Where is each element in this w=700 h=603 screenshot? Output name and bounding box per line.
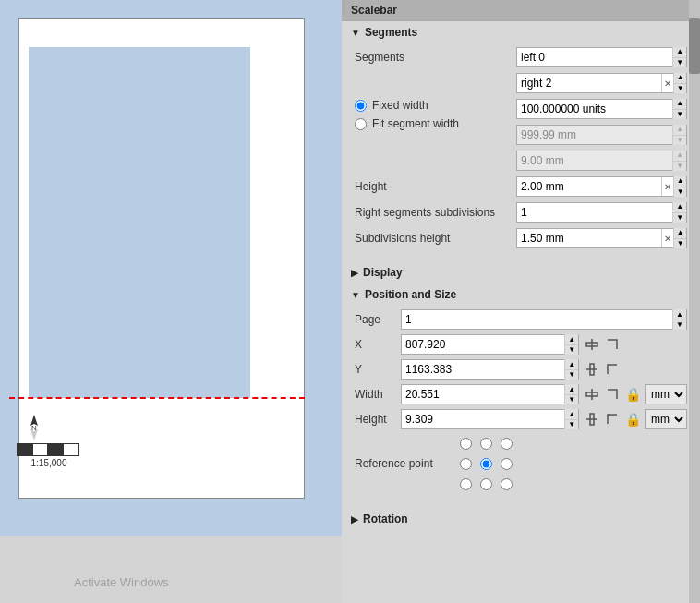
- y-spin-down[interactable]: ▼: [565, 369, 578, 380]
- x-spin-up[interactable]: ▲: [565, 334, 578, 344]
- fit-segment-label: Fit segment width: [372, 117, 459, 130]
- x-corner-icon[interactable]: [603, 335, 622, 354]
- display-section-header[interactable]: ▶ Display: [342, 261, 700, 283]
- ref-br: [497, 475, 515, 493]
- segments-input2[interactable]: [517, 74, 661, 92]
- width-mm-dropdown[interactable]: mm: [645, 384, 687, 404]
- segments-label: Segments: [365, 26, 417, 39]
- pos-height-ref-icon[interactable]: [583, 410, 601, 428]
- display-label: Display: [363, 266, 403, 279]
- y-corner-icon[interactable]: [603, 360, 622, 379]
- height-spin-up[interactable]: ▲: [674, 176, 686, 187]
- panel-content: ▼ Segments Segments ▲ ▼: [342, 21, 700, 603]
- pos-height-spin[interactable]: ▲ ▼: [564, 409, 578, 429]
- scale-label: 1:15,000: [17, 458, 81, 468]
- watermark-text: Activate Windows: [74, 575, 169, 589]
- fit-segment-input[interactable]: [517, 126, 672, 144]
- rotation-section-header[interactable]: ▶ Rotation: [342, 508, 700, 530]
- ref-mr-radio[interactable]: [501, 458, 513, 470]
- pos-height-lock-icon[interactable]: 🔒: [625, 412, 641, 427]
- pos-height-spin-down[interactable]: ▼: [565, 419, 578, 430]
- ref-bc-radio[interactable]: [480, 478, 492, 490]
- segments-clear-btn[interactable]: ✕: [661, 74, 674, 92]
- pos-height-lock-mm: 🔒 mm: [625, 409, 687, 429]
- pos-height-input[interactable]: [402, 410, 564, 428]
- x-spin[interactable]: ▲ ▼: [564, 334, 578, 355]
- right-panel: Scalebar ▼ Segments Segments ▲ ▼: [342, 0, 700, 603]
- segments-spin2[interactable]: ▲ ▼: [673, 73, 686, 93]
- red-dotted-line: [9, 397, 305, 399]
- scrollbar-track[interactable]: [689, 0, 700, 603]
- ref-tr-radio[interactable]: [501, 438, 513, 450]
- ref-bl-radio[interactable]: [460, 478, 472, 490]
- segments-spin2-down[interactable]: ▼: [674, 83, 686, 94]
- page-spin[interactable]: ▲ ▼: [672, 309, 686, 330]
- width-lock-icon[interactable]: 🔒: [625, 387, 641, 402]
- subdiv-height-input[interactable]: [517, 229, 661, 247]
- fixed-width-spin[interactable]: ▲ ▼: [672, 99, 686, 119]
- fixed-width-input[interactable]: [517, 100, 672, 118]
- height-row: Height ✕ ▲ ▼: [355, 176, 687, 197]
- subdiv-height-spin[interactable]: ▲ ▼: [673, 228, 686, 248]
- page-spin-down[interactable]: ▼: [673, 320, 686, 331]
- ref-ml: [456, 454, 475, 473]
- subdiv-height-clear-btn[interactable]: ✕: [661, 229, 674, 247]
- ref-br-radio[interactable]: [501, 478, 513, 490]
- height-input[interactable]: [517, 177, 661, 196]
- right-subdiv-input[interactable]: [517, 203, 672, 222]
- segments-section-header[interactable]: ▼ Segments: [342, 21, 700, 43]
- fixed-width-spin-down[interactable]: ▼: [673, 109, 686, 120]
- segments-spin[interactable]: ▲ ▼: [672, 47, 686, 67]
- y-spin[interactable]: ▲ ▼: [564, 359, 578, 380]
- x-spin-down[interactable]: ▼: [565, 344, 578, 356]
- right-subdiv-control: ▲ ▼: [516, 202, 687, 223]
- height-clear-btn[interactable]: ✕: [661, 177, 674, 196]
- ref-tl-radio[interactable]: [460, 438, 472, 450]
- pos-height-input-wrap: ▲ ▼: [401, 409, 579, 429]
- x-input[interactable]: [402, 335, 564, 354]
- page-spin-up[interactable]: ▲: [673, 309, 686, 320]
- width-corner-icon[interactable]: [603, 385, 622, 404]
- segments-spin-down[interactable]: ▼: [673, 57, 686, 68]
- width-ref-icon[interactable]: [583, 385, 601, 404]
- ref-mc-radio[interactable]: [480, 458, 492, 470]
- fixed-width-spin-up[interactable]: ▲: [673, 99, 686, 109]
- width-spin-down[interactable]: ▼: [565, 394, 578, 405]
- fixed-width-radio[interactable]: [355, 100, 367, 112]
- svg-text:N: N: [31, 424, 37, 432]
- ref-tc-radio[interactable]: [480, 438, 492, 450]
- pos-size-section-header[interactable]: ▼ Position and Size: [342, 283, 700, 306]
- subdiv-height-spin-up[interactable]: ▲: [674, 228, 686, 238]
- segments-input[interactable]: [517, 48, 672, 66]
- page-label: Page: [355, 313, 401, 326]
- subdiv-height-spin-down[interactable]: ▼: [674, 238, 686, 249]
- ref-point-section: Reference point: [355, 434, 687, 493]
- segments-spin-up[interactable]: ▲: [673, 47, 686, 57]
- pos-height-mm-dropdown[interactable]: mm: [645, 409, 687, 429]
- height-spin-down[interactable]: ▼: [674, 187, 686, 198]
- pos-height-spin-up[interactable]: ▲: [565, 409, 578, 419]
- inputs-col: ▲ ▼ ▲ ▼: [516, 99, 687, 145]
- y-spin-up[interactable]: ▲: [565, 359, 578, 369]
- x-label: X: [355, 338, 401, 351]
- width-input[interactable]: [402, 385, 564, 404]
- scrollbar-thumb[interactable]: [689, 18, 700, 74]
- segments-spin2-up[interactable]: ▲: [674, 73, 686, 83]
- page-input[interactable]: [402, 310, 672, 329]
- extra-field-input[interactable]: [517, 151, 672, 170]
- ref-mr: [497, 454, 515, 473]
- fit-segment-radio[interactable]: [355, 118, 367, 130]
- x-ref-icon[interactable]: [583, 335, 601, 354]
- ref-bl: [456, 475, 475, 493]
- ref-ml-radio[interactable]: [460, 458, 472, 470]
- right-subdiv-spin-up[interactable]: ▲: [673, 202, 686, 212]
- y-input[interactable]: [402, 360, 564, 379]
- ref-point-label: Reference point: [355, 457, 456, 470]
- y-ref-icon[interactable]: [583, 360, 601, 379]
- right-subdiv-spin-down[interactable]: ▼: [673, 212, 686, 223]
- height-spin[interactable]: ▲ ▼: [673, 176, 686, 197]
- right-subdiv-spin[interactable]: ▲ ▼: [672, 202, 686, 223]
- pos-height-corner-icon[interactable]: [603, 410, 622, 428]
- width-spin-up[interactable]: ▲: [565, 384, 578, 394]
- width-spin[interactable]: ▲ ▼: [564, 384, 578, 404]
